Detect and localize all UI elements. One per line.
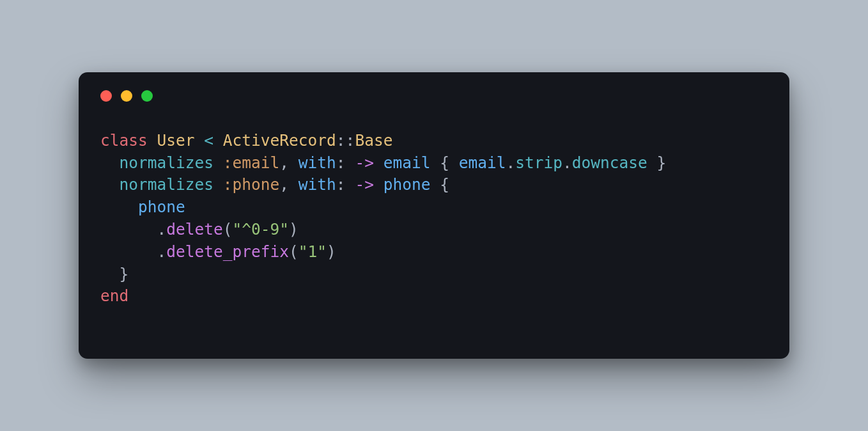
paren-open: (	[223, 220, 233, 239]
dot: .	[562, 153, 572, 172]
code-window: class User < ActiveRecord::Base normaliz…	[79, 72, 789, 359]
paren-close: )	[327, 242, 336, 261]
kwarg-with: with	[298, 175, 336, 194]
paren-close: )	[289, 220, 298, 239]
operator-inherit: <	[204, 131, 213, 150]
lambda-arrow: ->	[355, 175, 374, 194]
keyword-class: class	[100, 131, 148, 150]
minimize-icon[interactable]	[121, 90, 132, 102]
paren-open: (	[289, 242, 298, 261]
symbol-email: :email	[223, 153, 280, 172]
colon: :	[336, 153, 346, 172]
param-email: email	[384, 153, 431, 172]
brace-close: }	[657, 153, 667, 172]
lambda-arrow: ->	[355, 153, 374, 172]
method-normalizes: normalizes	[120, 153, 214, 172]
var-phone: phone	[138, 198, 185, 216]
method-downcase: downcase	[572, 153, 647, 172]
scope-operator: ::	[336, 131, 355, 150]
comma: ,	[279, 175, 289, 194]
code-block: class User < ActiveRecord::Base normaliz…	[100, 130, 768, 308]
stage: class User < ActiveRecord::Base normaliz…	[0, 0, 868, 431]
brace-close: }	[120, 265, 129, 283]
symbol-phone: :phone	[223, 175, 280, 194]
dot: .	[157, 242, 167, 261]
brace-open: {	[440, 153, 449, 172]
class-name-base: Base	[355, 131, 392, 150]
var-email: email	[459, 153, 506, 172]
zoom-icon[interactable]	[141, 90, 153, 102]
colon: :	[336, 175, 346, 194]
method-normalizes: normalizes	[120, 175, 214, 194]
class-name-activerecord: ActiveRecord	[223, 131, 336, 150]
kwarg-with: with	[298, 153, 336, 172]
method-strip: strip	[515, 153, 562, 172]
class-name-user: User	[157, 131, 195, 150]
dot: .	[506, 153, 516, 172]
string-digits: "^0-9"	[233, 220, 290, 239]
comma: ,	[279, 153, 289, 172]
dot: .	[157, 220, 167, 239]
method-delete: delete	[166, 220, 223, 239]
string-one: "1"	[298, 242, 327, 261]
keyword-end: end	[100, 286, 128, 305]
method-delete-prefix: delete_prefix	[166, 242, 289, 261]
close-icon[interactable]	[100, 90, 112, 102]
param-phone: phone	[384, 175, 431, 194]
brace-open: {	[440, 175, 449, 194]
traffic-lights	[100, 90, 768, 102]
